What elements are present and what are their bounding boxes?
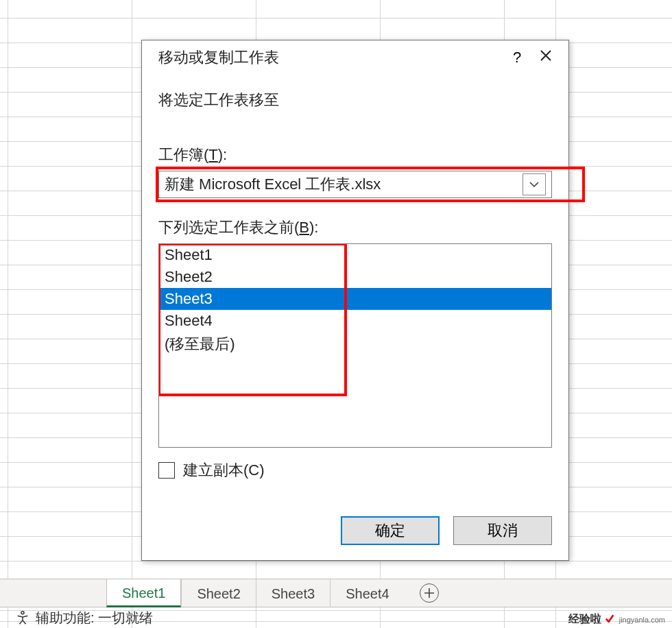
sheet-tab[interactable]: Sheet1 <box>106 579 181 607</box>
list-item[interactable]: Sheet1 <box>159 244 551 266</box>
dialog-body: 将选定工作表移至 工作簿(T): 新建 Microsoft Excel 工作表.… <box>142 73 568 516</box>
move-copy-dialog: 移动或复制工作表 ? 将选定工作表移至 工作簿(T): 新建 Microsoft… <box>141 40 569 561</box>
close-icon <box>539 49 553 62</box>
check-icon <box>604 613 615 624</box>
workbook-dropdown[interactable]: 新建 Microsoft Excel 工作表.xlsx <box>158 171 552 198</box>
sheet-tab[interactable]: Sheet3 <box>256 579 330 607</box>
list-item[interactable]: Sheet2 <box>159 266 551 288</box>
help-button[interactable]: ? <box>503 49 531 67</box>
workbook-label: 工作簿(T): <box>158 145 552 165</box>
sheet-tab[interactable]: Sheet4 <box>330 579 404 607</box>
ok-button[interactable]: 确定 <box>341 516 440 545</box>
sheet-tab-bar: Sheet1Sheet2Sheet3Sheet4 <box>0 579 672 607</box>
status-text: 辅助功能: 一切就绪 <box>36 609 153 627</box>
add-sheet-button[interactable] <box>420 583 439 603</box>
dialog-buttons: 确定 取消 <box>142 516 568 560</box>
list-item[interactable]: Sheet4 <box>159 310 551 332</box>
workbook-value: 新建 Microsoft Excel 工作表.xlsx <box>165 174 381 195</box>
list-item[interactable]: Sheet3 <box>159 288 551 310</box>
plus-icon <box>424 588 435 599</box>
watermark: 经验啦 jingyanla.com <box>568 612 665 627</box>
sheet-listbox[interactable]: Sheet1Sheet2Sheet3Sheet4(移至最后) <box>158 243 552 448</box>
dialog-title: 移动或复制工作表 <box>158 47 503 68</box>
instruction-text: 将选定工作表移至 <box>158 90 552 110</box>
create-copy-checkbox[interactable] <box>158 462 175 479</box>
create-copy-row[interactable]: 建立副本(C) <box>158 460 552 481</box>
sheet-tab[interactable]: Sheet2 <box>181 579 255 607</box>
chevron-down-icon <box>523 173 546 195</box>
before-sheet-label: 下列选定工作表之前(B): <box>158 217 552 238</box>
create-copy-label: 建立副本(C) <box>183 460 265 481</box>
cancel-button[interactable]: 取消 <box>453 516 552 545</box>
accessibility-icon <box>15 610 30 625</box>
close-button[interactable] <box>531 49 560 67</box>
dialog-titlebar: 移动或复制工作表 ? <box>142 40 568 73</box>
svg-point-0 <box>21 612 24 614</box>
list-item[interactable]: (移至最后) <box>159 332 551 357</box>
